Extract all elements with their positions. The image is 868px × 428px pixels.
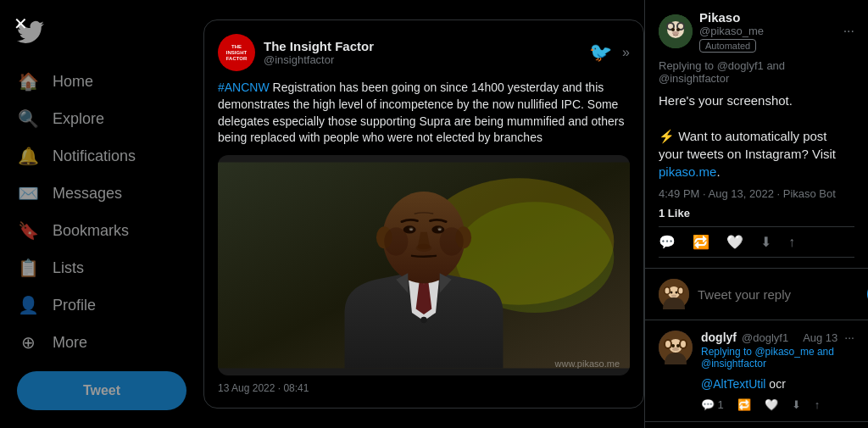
- svg-point-13: [416, 243, 432, 251]
- tweet-author: THEINSIGHTFACTOR The Insight Factor @ins…: [218, 34, 374, 71]
- tweet-modal-header: THEINSIGHTFACTOR The Insight Factor @ins…: [218, 34, 630, 71]
- response-line1: Here's your screenshot.: [659, 93, 793, 108]
- reply-to-prefix: Replying to: [659, 59, 717, 72]
- comment-doglyf-header: doglyf @doglyf1 Aug 13 ···: [701, 331, 854, 344]
- sidebar-item-more-label: More: [53, 334, 87, 352]
- tweet-date: 13 Aug 2022 · 08:41: [218, 382, 630, 394]
- response-author-info: Pikaso @pikaso_me Automated: [699, 10, 764, 53]
- sidebar-item-profile-label: Profile: [53, 297, 96, 314]
- sidebar-user[interactable]: 🐕 doglyf: [0, 420, 203, 428]
- comment-like-action[interactable]: 🤍: [765, 398, 778, 411]
- tweet-portrait-svg: [218, 155, 630, 375]
- sidebar-item-notifications[interactable]: 🔔 Notifications: [0, 137, 203, 175]
- likes-number: 1: [659, 207, 665, 220]
- comment-doglyf-text: @AltTextUtil ocr: [701, 376, 854, 393]
- svg-point-22: [678, 24, 683, 29]
- sidebar-item-lists-label: Lists: [53, 259, 84, 277]
- svg-point-32: [670, 292, 673, 294]
- comment-reply-to: Replying to @pikaso_me and @insightfacto…: [701, 346, 854, 370]
- sidebar-item-lists[interactable]: 📋 Lists: [0, 249, 203, 286]
- alt-text-util-link[interactable]: @AltTextUtil: [701, 377, 765, 391]
- svg-point-40: [681, 341, 686, 347]
- tweet-body: Registration has been going on since 14h…: [218, 81, 624, 144]
- comment-alttextutil: Alt Text Util... @AltTe... Aug 13 ···: [645, 422, 868, 428]
- comment-doglyf-handle: @doglyf1: [742, 331, 788, 344]
- comment-avatar-doglyf-svg: [659, 331, 693, 364]
- response-link-suffix: .: [716, 164, 720, 179]
- pikaso-avatar-svg: [659, 14, 693, 48]
- hashtag: #ANCNW: [218, 81, 270, 94]
- sidebar-item-home[interactable]: 🏠 Home: [0, 63, 203, 100]
- sidebar-item-notifications-label: Notifications: [53, 147, 136, 165]
- comment-doglyf-avatar: [659, 331, 693, 364]
- reply-text-input[interactable]: [698, 287, 859, 302]
- likes-label: Like: [668, 207, 690, 220]
- comment-download-action[interactable]: ⬇: [792, 398, 801, 411]
- comment-retweet-action[interactable]: 🔁: [737, 398, 751, 411]
- sidebar-nav: 🏠 Home 🔍 Explore 🔔 Notifications ✉️ Mess…: [0, 63, 203, 361]
- comment-doglyf: doglyf @doglyf1 Aug 13 ··· Replying to @…: [645, 320, 868, 422]
- svg-point-21: [668, 24, 673, 29]
- twitter-verified-icon: 🐦: [589, 42, 612, 64]
- sidebar-item-bookmarks-label: Bookmarks: [53, 222, 129, 240]
- close-button[interactable]: ✕: [14, 14, 28, 34]
- comment-doglyf-date: Aug 13: [803, 331, 837, 344]
- response-author-name: Pikaso: [699, 10, 764, 25]
- tweet-text: #ANCNW Registration has been going on si…: [218, 80, 630, 146]
- sidebar-item-bookmarks[interactable]: 🔖 Bookmarks: [0, 212, 203, 249]
- home-icon: 🏠: [17, 71, 39, 92]
- comment-doglyf-name: doglyf: [701, 331, 737, 344]
- comment-more-button[interactable]: ···: [844, 331, 854, 344]
- comment-doglyf-content: doglyf @doglyf1 Aug 13 ··· Replying to @…: [701, 331, 854, 411]
- comment-share-action[interactable]: ↑: [815, 398, 821, 411]
- comment-reply-action[interactable]: 💬 1: [701, 398, 724, 411]
- insight-factor-logo: THEINSIGHTFACTOR: [220, 36, 253, 69]
- sidebar-item-messages-label: Messages: [53, 185, 122, 203]
- image-watermark: www.pikaso.me: [555, 359, 620, 369]
- notifications-icon: 🔔: [17, 146, 39, 166]
- profile-icon: 👤: [17, 295, 39, 315]
- comment-action-button[interactable]: 💬: [659, 234, 676, 250]
- explore-icon: 🔍: [17, 108, 39, 129]
- sidebar-item-explore-label: Explore: [53, 110, 104, 128]
- more-options-button[interactable]: ···: [843, 24, 854, 39]
- sidebar-item-explore[interactable]: 🔍 Explore: [0, 100, 203, 137]
- tweet-image: www.pikaso.me: [218, 155, 630, 375]
- tweet-modal: THEINSIGHTFACTOR The Insight Factor @ins…: [203, 19, 644, 408]
- tweet-button[interactable]: Tweet: [17, 371, 186, 410]
- lists-icon: 📋: [17, 258, 39, 278]
- svg-point-33: [676, 292, 678, 294]
- expand-icon[interactable]: »: [622, 45, 630, 60]
- pikaso-avatar: [659, 14, 693, 48]
- svg-point-34: [671, 295, 676, 297]
- more-icon: ⊕: [17, 332, 39, 353]
- svg-point-31: [679, 288, 683, 294]
- sidebar-item-messages[interactable]: ✉️ Messages: [0, 175, 203, 212]
- response-author-handle: @pikaso_me: [699, 25, 764, 37]
- bookmarks-icon: 🔖: [17, 220, 39, 241]
- automated-badge: Automated: [699, 39, 756, 53]
- svg-point-12: [438, 228, 442, 231]
- svg-point-23: [671, 28, 675, 31]
- sidebar-item-profile[interactable]: 👤 Profile: [0, 286, 203, 324]
- svg-point-39: [665, 341, 670, 347]
- share-action-button[interactable]: ↑: [788, 234, 795, 250]
- likes-count: 1 Like: [659, 207, 854, 220]
- response-line2: ⚡ Want to automatically post your tweets…: [659, 129, 836, 161]
- response-meta: 4:49 PM · Aug 13, 2022 · Pikaso Bot: [659, 187, 854, 200]
- download-action-button[interactable]: ⬇: [760, 234, 771, 250]
- retweet-action-button[interactable]: 🔁: [693, 234, 709, 250]
- like-action-button[interactable]: 🤍: [726, 234, 743, 250]
- center-panel: THEINSIGHTFACTOR The Insight Factor @ins…: [203, 0, 644, 428]
- response-author: Pikaso @pikaso_me Automated: [659, 10, 764, 53]
- main-response-tweet: Pikaso @pikaso_me Automated ··· Replying…: [645, 0, 868, 269]
- tweet-author-info: The Insight Factor @insightfactor: [264, 39, 374, 66]
- sidebar-item-home-label: Home: [53, 73, 93, 91]
- sidebar: 🏠 Home 🔍 Explore 🔔 Notifications ✉️ Mess…: [0, 0, 203, 428]
- svg-point-30: [665, 288, 670, 294]
- sidebar-item-more[interactable]: ⊕ More: [0, 324, 203, 361]
- response-text: Here's your screenshot. ⚡ Want to automa…: [659, 92, 854, 181]
- svg-point-25: [672, 31, 679, 35]
- reply-to: Replying to @doglyf1 and @insightfactor: [659, 59, 854, 85]
- pikaso-link[interactable]: pikaso.me: [659, 164, 716, 179]
